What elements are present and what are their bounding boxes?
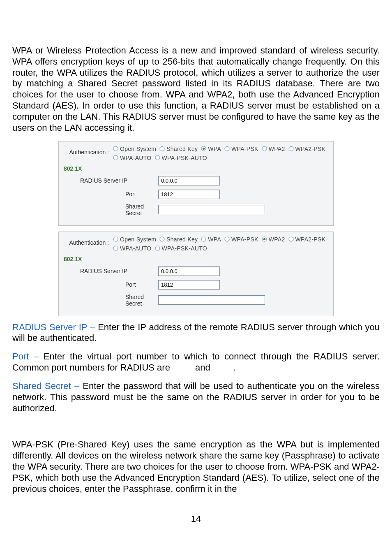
port-label: Port	[64, 281, 158, 288]
radio-wpa-psk-auto[interactable]: WPA-PSK-AUTO	[155, 155, 207, 161]
svg-point-5	[262, 146, 267, 151]
svg-point-14	[263, 238, 265, 240]
port-label: Port	[64, 191, 158, 197]
shared-secret-input[interactable]	[158, 295, 265, 305]
svg-point-16	[113, 246, 118, 250]
def-port-period: .	[233, 362, 235, 373]
auth-label: Authentication :	[64, 146, 113, 155]
radio-icon	[113, 236, 118, 242]
intro-body-2: WPA offers encryption keys of up to 256-…	[12, 56, 380, 133]
radio-wpa-auto[interactable]: WPA-AUTO	[113, 245, 152, 252]
svg-point-10	[160, 237, 164, 241]
svg-point-0	[113, 146, 118, 151]
page-number: 14	[12, 514, 380, 524]
svg-point-3	[203, 148, 205, 150]
def-secret: Shared Secret – Enter the password that …	[12, 381, 380, 414]
radio-icon	[155, 246, 160, 251]
def-port-1812: 1812	[173, 362, 193, 373]
def-secret-term: Shared Secret –	[12, 381, 83, 391]
radio-wpa2-psk[interactable]: WPA2-PSK	[288, 146, 326, 152]
radius-ip-label: RADIUS Server IP	[64, 177, 158, 184]
radio-wpa[interactable]: WPA	[201, 146, 221, 152]
auth-label: Authentication :	[64, 236, 113, 246]
radio-icon	[159, 146, 165, 151]
radio-icon	[288, 146, 294, 151]
shared-secret-label: Shared Secret	[64, 203, 158, 216]
intro-paragraph: WPA or Wireless Protection Access is a n…	[12, 45, 380, 134]
shared-secret-input[interactable]	[158, 205, 265, 214]
section-8021x: 802.1X	[64, 165, 328, 172]
radio-selected-icon	[262, 236, 267, 242]
def-port-1813: 1813	[213, 362, 233, 373]
intro-body-1: WPA or Wireless Protection Access is a n…	[12, 45, 377, 56]
section-8021x: 802.1X	[64, 256, 328, 262]
shared-secret-label: Shared Secret	[64, 294, 158, 307]
radio-icon	[155, 155, 160, 160]
svg-point-11	[201, 237, 206, 241]
port-input[interactable]	[158, 280, 220, 290]
auth-panel-wpa2: Authentication : Open System Shared Key …	[58, 232, 334, 316]
auth-radio-group: Open System Shared Key WPA WPA-PSK WPA2 …	[113, 146, 328, 161]
def-port-term: Port –	[12, 351, 44, 361]
radio-selected-icon	[201, 146, 206, 151]
def-port-and: and	[193, 362, 213, 373]
auth-panel-wpa: Authentication : Open System Shared Key …	[58, 141, 334, 226]
radio-wpa2[interactable]: WPA2	[262, 146, 285, 152]
radio-icon	[113, 246, 118, 251]
radio-wpa-psk-auto[interactable]: WPA-PSK-AUTO	[155, 245, 207, 252]
intro-period: .	[377, 45, 380, 56]
svg-point-15	[289, 237, 293, 241]
radio-icon	[224, 146, 230, 151]
radio-icon	[113, 146, 118, 151]
def-radius: RADIUS Server IP – Enter the IP address …	[12, 322, 380, 344]
radio-open-system[interactable]: Open System	[113, 146, 156, 152]
radio-icon	[201, 236, 206, 242]
svg-point-17	[155, 246, 160, 250]
auth-radio-group: Open System Shared Key WPA WPA-PSK WPA2 …	[113, 236, 328, 252]
psk-body: WPA-PSK (Pre-Shared Key) uses the same e…	[12, 439, 380, 493]
radio-icon	[159, 236, 165, 242]
radio-wpa2[interactable]: WPA2	[262, 236, 285, 243]
radio-wpa-psk[interactable]: WPA-PSK	[224, 146, 258, 152]
def-radius-term: RADIUS Server IP –	[12, 322, 98, 332]
svg-point-4	[225, 146, 229, 151]
svg-point-12	[225, 237, 229, 241]
def-port: Port – Enter the virtual port number to …	[12, 351, 380, 373]
radio-shared-key[interactable]: Shared Key	[159, 236, 198, 243]
radius-ip-input[interactable]	[158, 266, 220, 276]
radius-ip-input[interactable]	[158, 176, 220, 185]
radio-wpa2-psk[interactable]: WPA2-PSK	[288, 236, 326, 243]
svg-point-8	[155, 155, 160, 160]
svg-point-6	[289, 146, 293, 151]
auth-row: Authentication : Open System Shared Key …	[64, 236, 328, 252]
psk-paragraph: WPA-PSK (Pre-Shared Key) uses the same e…	[12, 439, 380, 494]
radio-wpa[interactable]: WPA	[201, 236, 221, 243]
radio-icon	[224, 236, 230, 242]
radio-icon	[113, 155, 118, 160]
svg-point-9	[113, 237, 118, 241]
radio-wpa-psk[interactable]: WPA-PSK	[224, 236, 258, 243]
port-input[interactable]	[158, 190, 220, 199]
radio-open-system[interactable]: Open System	[113, 236, 156, 243]
radio-shared-key[interactable]: Shared Key	[159, 146, 198, 152]
radio-icon	[288, 236, 294, 242]
radio-icon	[262, 146, 267, 151]
auth-row: Authentication : Open System Shared Key …	[64, 146, 328, 161]
svg-point-7	[113, 155, 118, 160]
radius-ip-label: RADIUS Server IP	[64, 268, 158, 274]
svg-point-1	[160, 146, 164, 151]
radio-wpa-auto[interactable]: WPA-AUTO	[113, 155, 152, 161]
